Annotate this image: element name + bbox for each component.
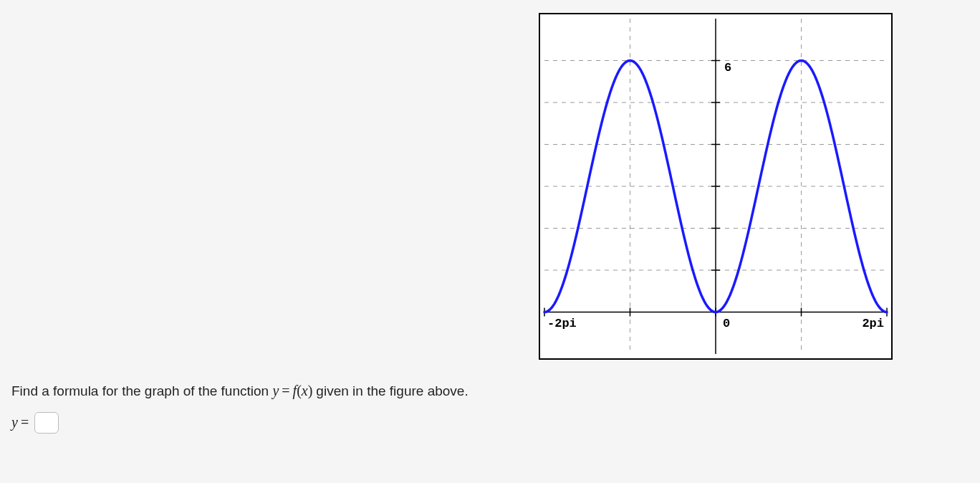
svg-text:2pi: 2pi <box>862 317 884 330</box>
function-graph: 6-2pi02pi <box>540 14 891 358</box>
svg-text:6: 6 <box>724 61 731 75</box>
question-text: Find a formula for the graph of the func… <box>11 380 971 402</box>
answer-input[interactable] <box>34 412 59 434</box>
answer-line: y= <box>11 412 971 434</box>
equation-y-equals-fx: y=f(x) <box>272 383 316 398</box>
problem-container: 6-2pi02pi Find a formula for the graph o… <box>0 0 980 448</box>
svg-text:-2pi: -2pi <box>547 317 577 330</box>
prompt-prefix: Find a formula for the graph of the func… <box>11 383 272 398</box>
svg-text:0: 0 <box>723 317 730 330</box>
answer-label: y= <box>11 414 32 431</box>
chart-box: 6-2pi02pi <box>539 13 893 360</box>
prompt-suffix: given in the figure above. <box>316 383 468 398</box>
chart-wrapper: 6-2pi02pi <box>9 13 971 360</box>
